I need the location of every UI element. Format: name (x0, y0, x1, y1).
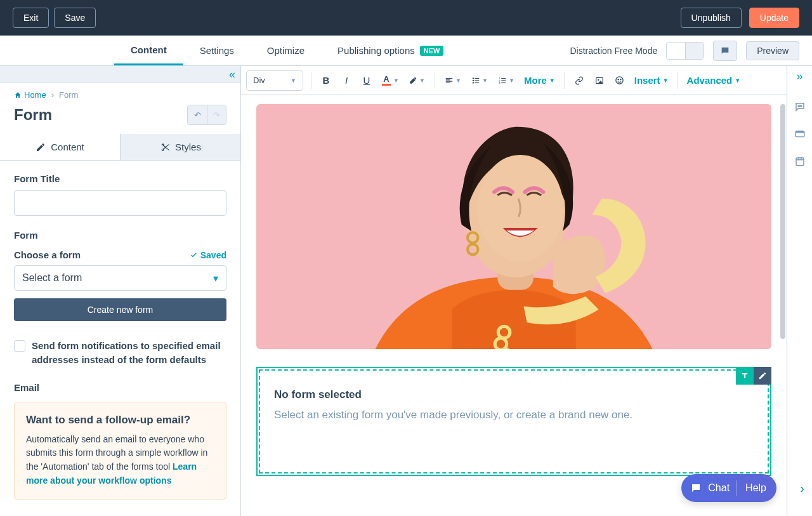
left-panel: « Home › Form Form ↶ ↷ Content Style (0, 66, 241, 516)
more-menu[interactable]: More▼ (520, 75, 559, 86)
smile-icon (615, 76, 624, 85)
undo-redo-group: ↶ ↷ (187, 105, 226, 125)
highlighter-icon (409, 76, 417, 85)
top-bar: Exit Save Unpublish Update (0, 0, 812, 36)
save-button[interactable]: Save (54, 8, 96, 28)
create-new-form-button[interactable]: Create new form (14, 298, 226, 321)
collapse-right-icon[interactable]: » (796, 70, 802, 83)
svg-point-16 (620, 79, 621, 80)
insert-link-button[interactable] (570, 71, 589, 90)
chevron-right-icon: › (51, 90, 54, 100)
subtab-content[interactable]: Content (0, 134, 120, 160)
unpublish-button[interactable]: Unpublish (681, 8, 742, 28)
svg-point-14 (616, 77, 623, 84)
panel-collapse-strip: « (0, 66, 240, 83)
insert-menu[interactable]: Insert▼ (631, 75, 672, 86)
rte-toolbar: Div▼ B I U A▼ ▼ ▼ ▼ 123 (241, 66, 787, 95)
tab-settings[interactable]: Settings (183, 36, 251, 65)
chat-help-pill[interactable]: Chat Help (681, 474, 776, 502)
highlight-button[interactable]: ▼ (404, 71, 429, 90)
svg-point-28 (801, 105, 802, 107)
pencil-icon (36, 142, 46, 152)
list-ol-icon: 123 (498, 76, 507, 85)
comments-button[interactable] (713, 41, 737, 61)
undo-button[interactable]: ↶ (188, 105, 207, 124)
svg-rect-4 (475, 80, 479, 81)
align-button[interactable]: ▼ (440, 71, 466, 90)
svg-text:3: 3 (499, 81, 501, 84)
svg-rect-5 (475, 82, 479, 83)
list-ul-icon (471, 76, 480, 85)
redo-button[interactable]: ↷ (207, 105, 226, 124)
canvas: No form selected Select an existing form… (241, 95, 787, 516)
advanced-menu[interactable]: Advanced▼ (683, 75, 745, 86)
chat-label: Chat (708, 482, 730, 494)
number-list-button[interactable]: 123 ▼ (494, 71, 519, 90)
theme-rail-icon[interactable] (794, 128, 806, 143)
block-format-select[interactable]: Div▼ (246, 70, 303, 91)
tab-publishing-options[interactable]: Publishing options NEW (321, 36, 460, 65)
breadcrumb-home[interactable]: Home (14, 90, 46, 100)
chat-icon (690, 482, 702, 494)
bold-button[interactable]: B (317, 71, 336, 90)
svg-rect-10 (501, 80, 506, 81)
comments-rail-icon[interactable] (794, 101, 806, 116)
hero-image (256, 104, 771, 349)
distraction-free-label: Distraction Free Mode (570, 46, 657, 56)
svg-rect-11 (501, 82, 506, 83)
form-module-selected[interactable]: No form selected Select an existing form… (256, 367, 771, 476)
card-title: Want to send a follow-up email? (26, 414, 214, 427)
saved-indicator: Saved (190, 250, 226, 260)
svg-rect-9 (501, 77, 506, 78)
right-rail: » (787, 66, 812, 516)
bullet-list-button[interactable]: ▼ (467, 71, 492, 90)
module-edit-button[interactable] (754, 367, 771, 385)
caret-down-icon: ▾ (213, 272, 218, 284)
form-select[interactable]: Select a form ▾ (14, 265, 226, 291)
notify-checkbox-label: Send form notifications to specified ema… (32, 339, 226, 367)
link-icon (575, 76, 584, 85)
followup-email-card: Want to send a follow-up email? Automati… (14, 402, 226, 500)
italic-button[interactable]: I (337, 71, 356, 90)
preview-button[interactable]: Preview (746, 41, 799, 60)
module-style-button[interactable] (736, 367, 754, 385)
canvas-scrollbar[interactable] (779, 95, 787, 516)
expand-chevron-icon[interactable]: › (800, 481, 804, 496)
svg-point-15 (618, 79, 619, 80)
form-title-input[interactable] (14, 190, 226, 216)
module-toolbar (736, 367, 771, 385)
form-select-value: Select a form (22, 272, 82, 284)
svg-point-13 (598, 79, 599, 80)
form-title-label: Form Title (14, 173, 226, 184)
collapse-left-icon[interactable]: « (229, 68, 235, 81)
choose-form-label: Choose a form (14, 249, 81, 260)
breadcrumb-current: Form (59, 90, 78, 100)
editor-area: Div▼ B I U A▼ ▼ ▼ ▼ 123 (241, 66, 787, 516)
subtab-styles[interactable]: Styles (120, 134, 240, 160)
calendar-rail-icon[interactable] (794, 155, 806, 170)
svg-point-26 (798, 105, 799, 107)
insert-emoji-button[interactable] (610, 71, 629, 90)
svg-rect-31 (796, 158, 804, 166)
underline-button[interactable]: U (357, 71, 376, 90)
svg-rect-3 (475, 77, 479, 78)
email-section-head: Email (14, 382, 226, 393)
svg-point-1 (473, 79, 474, 81)
breadcrumb: Home › Form (0, 83, 240, 100)
check-icon (190, 251, 198, 259)
no-form-subtitle: Select an existing form you've made prev… (274, 409, 754, 421)
tab-optimize[interactable]: Optimize (251, 36, 321, 65)
insert-image-button[interactable] (590, 71, 609, 90)
notify-checkbox[interactable] (14, 340, 25, 352)
new-badge: NEW (420, 46, 444, 56)
help-label: Help (743, 482, 773, 494)
font-color-button[interactable]: A▼ (377, 71, 403, 90)
text-style-icon (740, 371, 749, 380)
distraction-free-toggle[interactable] (666, 42, 704, 60)
panel-title: Form (14, 106, 52, 124)
svg-point-0 (473, 77, 474, 79)
exit-button[interactable]: Exit (13, 8, 49, 28)
tab-content[interactable]: Content (114, 36, 183, 65)
update-button[interactable]: Update (749, 8, 799, 28)
pencil-icon (758, 371, 767, 380)
